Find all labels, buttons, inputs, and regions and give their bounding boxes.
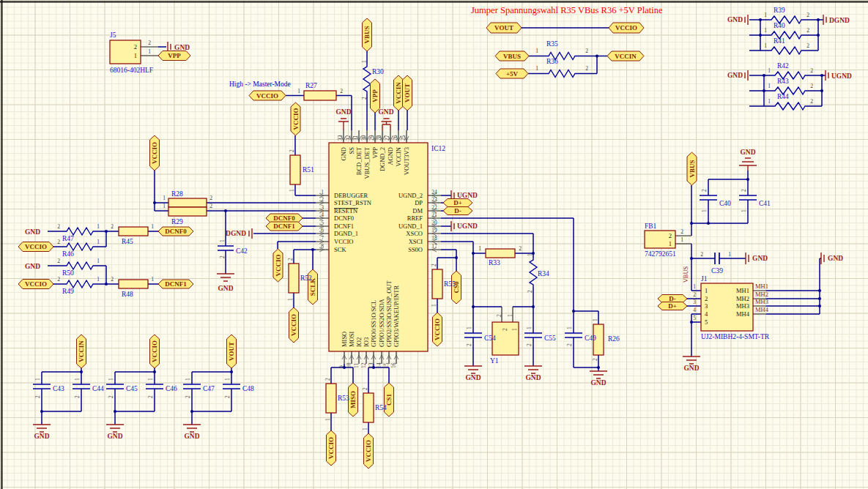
ref-r33: R33 <box>489 259 500 266</box>
body-r54[interactable] <box>363 393 374 422</box>
pin-name: BCD_DET <box>355 146 363 175</box>
num: 1 <box>74 378 81 381</box>
ref-j1: J1 <box>701 275 708 283</box>
resistor-r50[interactable] <box>64 262 95 269</box>
label-gnd: GND <box>727 16 743 23</box>
resistor-r49[interactable] <box>64 280 95 288</box>
body-r45[interactable] <box>119 227 148 236</box>
schematic-svg: Jumper Spannungswahl R35 VBus R36 +5V Pl… <box>0 0 868 489</box>
num: 1 <box>185 378 191 381</box>
port-label-vccio-r49: VCCIO <box>25 280 47 288</box>
pin-num: 7 <box>321 235 324 242</box>
port-label-vpp-v: VPP <box>371 89 379 102</box>
note-master-mode: High -> Master-Mode <box>229 81 291 88</box>
num: 1 <box>97 239 100 245</box>
num: 2 <box>527 290 533 293</box>
pin-name: IO3 <box>363 337 370 347</box>
num: 2 <box>111 223 114 230</box>
ref-r36: R36 <box>546 58 558 65</box>
ref-r44: R44 <box>777 93 789 100</box>
port-label-vccin-c43: VCCIN <box>78 340 85 362</box>
resistor-r47[interactable] <box>64 228 95 235</box>
ref-r53: R53 <box>338 395 349 402</box>
num: 1 <box>431 304 437 307</box>
resistor-r41[interactable] <box>769 47 804 54</box>
pin-num: 14 <box>376 362 382 368</box>
label-ugnd: UGND <box>457 223 478 230</box>
resistor-r46[interactable] <box>64 243 95 250</box>
num: 1 <box>535 48 538 54</box>
pin-num: 10 <box>346 362 352 368</box>
ref-r46: R46 <box>62 250 74 258</box>
num: 1 <box>163 203 166 209</box>
j5-pin2: 2 <box>134 43 137 51</box>
num: 2 <box>289 149 295 152</box>
ref-c42: C42 <box>236 247 248 255</box>
body-r29[interactable] <box>168 207 207 216</box>
resistor-r30[interactable] <box>363 64 371 94</box>
body-r55[interactable] <box>432 269 442 299</box>
pin-num: 9 <box>338 365 345 368</box>
label-gnd: GND <box>525 374 541 381</box>
net-decoupling[interactable] <box>42 368 231 425</box>
port-label-miso: MISO <box>349 391 357 408</box>
pin-name: XSCI <box>409 238 423 245</box>
pin-name: IO2 <box>355 337 363 347</box>
pin-num: 6 <box>321 227 324 234</box>
pin-name: MH4 <box>736 310 750 318</box>
ref-c45: C45 <box>126 385 138 392</box>
body-y1[interactable] <box>492 322 519 355</box>
ref-r26: R26 <box>608 335 620 343</box>
ref-r39: R39 <box>774 7 785 14</box>
resistor-r34[interactable] <box>530 258 537 287</box>
pin-num: 21 <box>431 212 437 218</box>
pin-name: UGND_1 <box>398 223 423 230</box>
num: 2 <box>585 48 588 54</box>
pin-num: 19 <box>431 227 437 234</box>
num: 1 <box>764 12 767 18</box>
label-gnd: GND <box>184 433 199 440</box>
pin-name: DGND_1 <box>334 230 358 237</box>
pin-num: 24 <box>431 189 437 195</box>
num: 1 <box>466 326 472 329</box>
body-r28[interactable] <box>168 198 207 207</box>
body-r52[interactable] <box>289 264 299 293</box>
body-r48[interactable] <box>119 280 148 288</box>
num: 2 <box>519 245 522 252</box>
body-r51[interactable] <box>290 155 300 184</box>
pin-name: DEBUGGER <box>334 192 368 199</box>
resistor-r36[interactable] <box>546 70 578 78</box>
ref-c40: C40 <box>719 200 731 207</box>
port-label-dp: D+ <box>453 199 462 206</box>
body-r33[interactable] <box>486 249 515 258</box>
pin-num: 22 <box>431 204 437 211</box>
num: 2 <box>502 328 508 331</box>
num: 1 <box>764 42 767 49</box>
port-label-vccio-r54: VCCIO <box>365 440 372 462</box>
pin-name: DP <box>415 199 423 206</box>
port-label-vout-c47: VOUT <box>228 342 235 361</box>
label-gnd: GND <box>107 433 122 440</box>
pin-name: VCCIO <box>334 238 353 245</box>
num: 2 <box>108 395 114 398</box>
body-r53[interactable] <box>326 384 336 413</box>
num: 2 <box>680 228 683 235</box>
part-j5: 68016-402HLF <box>110 67 153 74</box>
resistor-r44[interactable] <box>773 102 807 110</box>
pin-num: 5 <box>321 220 324 226</box>
pin-num: 16 <box>390 362 397 368</box>
num: 1 <box>728 251 731 258</box>
num: 2 <box>810 98 813 105</box>
ref-c46: C46 <box>166 385 177 392</box>
num: 1 <box>97 276 100 283</box>
pin-name: UGND_2 <box>398 192 423 199</box>
pin-name: STEST_RSTN <box>334 199 371 206</box>
gnd-bars-above-ic <box>338 119 392 130</box>
num: 2 <box>287 258 294 261</box>
label-gnd: GND <box>683 365 699 372</box>
num: 2 <box>57 239 60 245</box>
pin-num: 30 <box>360 135 367 141</box>
body-r27[interactable] <box>304 91 336 100</box>
port-label-vccin: VCCIN <box>615 53 637 60</box>
pin-name: VCCIN <box>395 147 402 166</box>
